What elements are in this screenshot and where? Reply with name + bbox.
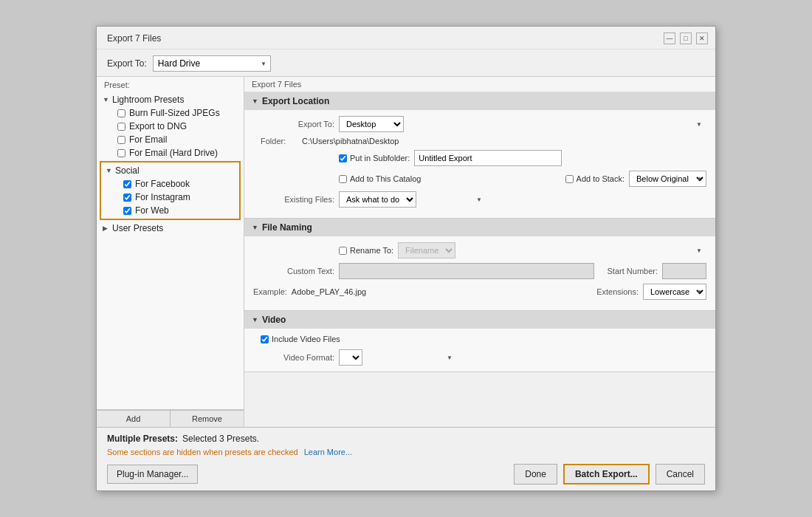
cancel-button[interactable]: Cancel	[656, 464, 705, 485]
include-video-row: Include Video Files	[253, 335, 706, 343]
right-panel-header: Export 7 Files	[244, 77, 715, 92]
preset-for-facebook[interactable]: For Facebook	[103, 177, 238, 191]
lightroom-presets-group[interactable]: ▼ Lightroom Presets	[97, 93, 244, 106]
action-buttons-row: Plug-in Manager... Done Batch Export... …	[107, 464, 705, 485]
for-email-hd-checkbox[interactable]	[117, 149, 125, 157]
for-email-label: For Email	[129, 134, 167, 145]
export-location-to-row: Export To: Desktop Documents	[253, 116, 706, 132]
preset-export-dng[interactable]: Export to DNG	[97, 120, 244, 133]
put-in-subfolder-label[interactable]: Put in Subfolder:	[339, 154, 410, 162]
social-group: ▼ Social For Facebook For Instagram For …	[100, 161, 241, 220]
lightroom-presets-label: Lightroom Presets	[112, 95, 184, 105]
export-to-select[interactable]: Hard Drive CD/DVD Email	[153, 55, 271, 72]
extensions-select[interactable]: Lowercase Uppercase	[643, 284, 706, 300]
export-location-body: Export To: Desktop Documents Folder:	[244, 110, 715, 218]
include-video-label[interactable]: Include Video Files	[261, 335, 340, 343]
file-naming-title: File Naming	[262, 222, 312, 233]
preset-for-instagram[interactable]: For Instagram	[103, 191, 238, 204]
subfolder-checkbox[interactable]	[339, 154, 347, 162]
for-web-label: For Web	[135, 205, 169, 216]
export-location-arrow-icon: ▼	[252, 97, 258, 105]
add-preset-button[interactable]: Add	[97, 410, 170, 427]
add-to-stack-text: Add to Stack:	[577, 174, 625, 183]
video-header[interactable]: ▼ Video	[244, 311, 715, 329]
right-panel: Export 7 Files ▼ Export Location Export …	[244, 77, 715, 427]
file-naming-header[interactable]: ▼ File Naming	[244, 219, 715, 236]
for-email-hd-label: For Email (Hard Drive)	[129, 148, 218, 158]
close-button[interactable]: ✕	[696, 32, 708, 44]
example-row: Example: Adobe_PLAY_46.jpg Extensions: L…	[253, 284, 706, 300]
social-group-header[interactable]: ▼ Social	[103, 164, 238, 177]
folder-path: C:\Users\pibhatna\Desktop	[302, 137, 399, 145]
user-presets-label: User Presets	[112, 223, 163, 233]
learn-more-link[interactable]: Learn More...	[304, 448, 352, 456]
folder-label: Folder:	[261, 137, 297, 145]
batch-export-button[interactable]: Batch Export...	[563, 464, 650, 485]
user-presets-arrow-icon: ▶	[103, 225, 110, 232]
warning-text: Some sections are hidden when presets ar…	[107, 448, 298, 456]
existing-files-row: Existing Files: Ask what to do Skip Over…	[253, 191, 706, 208]
include-video-text: Include Video Files	[272, 335, 340, 343]
subfolder-input[interactable]	[414, 150, 562, 166]
preset-burn-jpeg[interactable]: Burn Full-Sized JPEGs	[97, 106, 244, 120]
export-dng-label: Export to DNG	[129, 121, 187, 131]
custom-text-row: Custom Text: Start Number:	[253, 263, 706, 279]
custom-text-input[interactable]	[339, 263, 594, 279]
for-web-checkbox[interactable]	[123, 207, 131, 215]
put-in-subfolder-text: Put in Subfolder:	[350, 154, 410, 162]
multiple-presets-row: Multiple Presets: Selected 3 Presets.	[107, 434, 705, 444]
video-format-row: Video Format:	[253, 349, 706, 366]
video-section: ▼ Video Include Video Files Video Format…	[244, 311, 715, 372]
custom-text-label: Custom Text:	[253, 267, 334, 275]
video-title: Video	[262, 315, 286, 325]
start-number-label: Start Number:	[599, 267, 658, 275]
el-export-to-select[interactable]: Desktop Documents	[339, 116, 404, 132]
preset-for-email-hd[interactable]: For Email (Hard Drive)	[97, 146, 244, 160]
for-facebook-checkbox[interactable]	[123, 180, 131, 188]
social-label: Social	[115, 165, 140, 176]
minimize-button[interactable]: —	[664, 32, 675, 44]
export-dng-checkbox[interactable]	[117, 123, 125, 131]
export-to-label: Export To:	[107, 58, 147, 69]
main-content: Preset: ▼ Lightroom Presets Burn Full-Si…	[97, 76, 715, 427]
export-to-row: Export To: Hard Drive CD/DVD Email	[97, 49, 715, 76]
maximize-button[interactable]: □	[680, 32, 692, 44]
video-arrow-icon: ▼	[252, 316, 258, 323]
add-to-stack-checkbox[interactable]	[565, 175, 574, 183]
for-instagram-checkbox[interactable]	[123, 194, 131, 202]
preset-label: Preset:	[97, 77, 244, 92]
burn-jpeg-checkbox[interactable]	[117, 109, 125, 117]
preset-actions: Add Remove	[97, 409, 244, 427]
right-panel-scroll[interactable]: ▼ Export Location Export To: Desktop Doc…	[244, 92, 715, 427]
export-location-header[interactable]: ▼ Export Location	[244, 92, 715, 110]
remove-preset-button[interactable]: Remove	[170, 410, 244, 427]
catalog-stack-row: Add to This Catalog Add to Stack: Below …	[253, 171, 706, 187]
window-controls: — □ ✕	[664, 32, 708, 44]
video-format-select[interactable]	[339, 349, 362, 366]
add-to-catalog-checkbox[interactable]	[339, 175, 347, 183]
rename-to-checkbox[interactable]	[339, 247, 347, 255]
add-to-stack-label[interactable]: Add to Stack:	[565, 174, 625, 183]
done-button[interactable]: Done	[514, 464, 557, 485]
for-email-checkbox[interactable]	[117, 136, 125, 144]
add-to-catalog-label[interactable]: Add to This Catalog	[339, 174, 421, 183]
file-naming-body: Rename To: Filename Date Custom	[244, 236, 715, 310]
window-title: Export 7 Files	[107, 33, 161, 44]
rename-to-select[interactable]: Filename Date	[398, 242, 455, 258]
start-number-input[interactable]	[662, 263, 706, 279]
bottom-bar: Multiple Presets: Selected 3 Presets. So…	[97, 427, 715, 490]
add-to-stack-select[interactable]: Below Original Above Original	[629, 171, 706, 187]
add-to-catalog-text: Add to This Catalog	[350, 174, 421, 183]
preset-for-email[interactable]: For Email	[97, 133, 244, 146]
warning-row: Some sections are hidden when presets ar…	[107, 448, 705, 456]
video-format-label: Video Format:	[253, 353, 334, 362]
user-presets-group[interactable]: ▶ User Presets	[97, 222, 244, 235]
include-video-checkbox[interactable]	[261, 335, 269, 343]
preset-for-web[interactable]: For Web	[103, 204, 238, 217]
el-export-to-label: Export To:	[253, 120, 334, 129]
existing-files-select[interactable]: Ask what to do Skip Overwrite	[339, 191, 416, 208]
subfolder-row: Put in Subfolder:	[253, 150, 706, 166]
plugin-manager-button[interactable]: Plug-in Manager...	[107, 465, 198, 484]
rename-to-label[interactable]: Rename To:	[339, 246, 393, 255]
preset-tree: ▼ Lightroom Presets Burn Full-Sized JPEG…	[97, 92, 244, 409]
